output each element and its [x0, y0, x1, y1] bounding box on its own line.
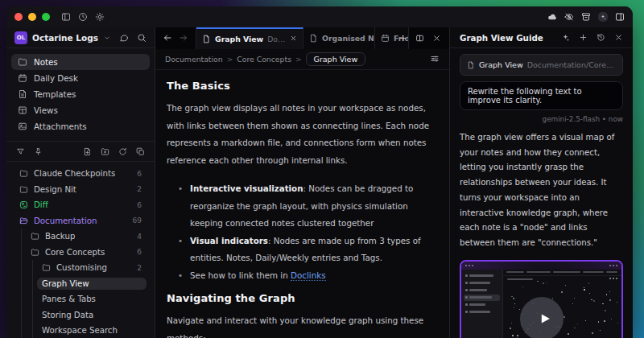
sparkles-icon[interactable] [561, 33, 570, 42]
cloud-icon[interactable] [547, 12, 557, 22]
zoom-window-button[interactable] [42, 13, 50, 21]
bullet-list: •Interactive visualization: Nodes can be… [167, 180, 435, 284]
panel-left-icon[interactable] [61, 12, 71, 22]
tree-item-label: Backup [45, 232, 75, 241]
sidebar-item-daily-desk[interactable]: Daily Desk [11, 70, 150, 86]
breadcrumb-separator: > [295, 56, 302, 64]
tab-history-nav [155, 27, 196, 49]
editor-pane: Graph ViewDocumentatioOrganised NotesFri… [155, 27, 450, 338]
arrow-right-icon[interactable] [179, 33, 188, 43]
tab-close[interactable] [290, 35, 297, 43]
plus-icon[interactable] [579, 33, 588, 42]
archive-icon[interactable] [581, 12, 591, 22]
context-chip[interactable]: Graph View Documentation/Core Concepts [460, 54, 623, 76]
plus-icon[interactable] [398, 34, 407, 43]
section-heading: Navigating the Graph [167, 292, 435, 304]
embedded-video[interactable] [460, 260, 623, 338]
breadcrumb-separator: > [227, 56, 233, 64]
clock-icon[interactable] [78, 12, 88, 22]
tree-item-workspace-search[interactable]: Workspace Search [6, 323, 155, 338]
tree-item-storing-data[interactable]: Storing Data [6, 307, 155, 324]
close-icon[interactable] [290, 35, 297, 42]
tab-organised-notes[interactable]: Organised Notes [303, 27, 375, 49]
sort-icon[interactable] [16, 147, 25, 156]
tree-item-backup[interactable]: Backup4 [6, 229, 155, 245]
breadcrumb: Documentation>Core Concepts> Graph View [155, 49, 449, 70]
assistant-panel-header: Graph View Guide [450, 27, 633, 48]
play-icon [535, 310, 553, 328]
mini-app-sidebar [461, 270, 503, 338]
folder-icon [42, 263, 51, 272]
paragraph: The graph view displays all notes in you… [167, 100, 435, 169]
bullet-item: •Visual indicators: Nodes are made up fr… [167, 233, 435, 267]
search-icon[interactable] [137, 33, 147, 43]
context-chip-title: Graph View [479, 60, 523, 69]
close-window-button[interactable] [14, 13, 23, 21]
app-window: OL Octarine Logs NotesDaily DeskTemplate… [6, 6, 633, 338]
close-icon[interactable] [432, 34, 441, 43]
tree-item-customising[interactable]: Customising2 [6, 260, 155, 276]
tree-item-documentation[interactable]: Documentation69 [6, 213, 155, 229]
tree-item-core-concepts[interactable]: Core Concepts6 [6, 245, 155, 261]
sidebar-item-attachments[interactable]: Attachments [11, 118, 150, 134]
context-chip-path: Documentation/Core Concepts [527, 60, 616, 69]
play-button[interactable] [520, 297, 564, 338]
tree-item-count: 6 [137, 248, 142, 256]
assistant-panel-title: Graph View Guide [460, 33, 543, 43]
bullet-item: •Interactive visualization: Nodes can be… [167, 180, 435, 233]
tree-item-label: Design Nit [34, 185, 76, 194]
chat-icon[interactable] [119, 33, 129, 43]
calendar-icon [381, 34, 390, 43]
image-icon [18, 122, 27, 131]
sidebar-item-label: Attachments [34, 122, 87, 131]
sidebar-toolbar [6, 142, 155, 162]
sparkles-icon[interactable] [598, 12, 608, 22]
mini-app-titlebar [461, 262, 621, 270]
settings-sun-icon[interactable] [95, 12, 105, 22]
tree-item-count: 6 [137, 170, 142, 178]
tab-subtitle: Documentatio [267, 35, 286, 43]
breadcrumb-segment[interactable]: Core Concepts [237, 55, 291, 64]
breadcrumb-segment[interactable]: Documentation [165, 55, 223, 64]
tree-item-label: Workspace Search [42, 326, 118, 335]
split-icon[interactable] [415, 34, 424, 43]
doclinks-link[interactable]: Doclinks [291, 270, 325, 281]
eye-off-icon[interactable] [564, 12, 574, 22]
tree-item-diff[interactable]: Diff6 [6, 197, 155, 213]
tree-item-graph-view[interactable]: Graph View [6, 276, 155, 292]
minimize-window-button[interactable] [28, 13, 36, 21]
refresh-icon[interactable] [118, 147, 127, 156]
sidebar-item-notes[interactable]: Notes [11, 54, 150, 70]
chevron-down-icon[interactable] [103, 34, 111, 42]
workspace-switcher[interactable]: OL Octarine Logs [6, 27, 155, 48]
history-icon[interactable] [597, 33, 605, 42]
collapse-icon[interactable] [136, 147, 145, 156]
note-content[interactable]: The BasicsThe graph view displays all no… [155, 70, 449, 338]
paragraph: Navigate and interact with your knowledg… [167, 312, 435, 338]
titlebar-left-icons [61, 12, 105, 22]
file-plus-icon[interactable] [83, 147, 92, 156]
panel-right-icon[interactable] [615, 12, 625, 22]
folder-plus-icon[interactable] [101, 147, 109, 156]
response-meta: gemini-2.5-flash • now [460, 115, 623, 123]
titlebar-right-icons [547, 12, 625, 22]
doc-icon [309, 34, 318, 43]
sidebar-item-views[interactable]: Views [11, 102, 150, 118]
tree-item-label: Graph View [42, 279, 89, 288]
tab-graph-view[interactable]: Graph ViewDocumentatio [196, 27, 303, 49]
tab-title: Organised Notes [322, 34, 375, 43]
sidebar-item-templates[interactable]: Templates [11, 86, 150, 102]
file-tree: Claude Checkpoints6Design Nit2Diff6Docum… [6, 162, 155, 338]
pin-icon[interactable] [34, 147, 43, 156]
tree-item-claude-checkpoints[interactable]: Claude Checkpoints6 [6, 166, 155, 182]
sidebar-item-label: Daily Desk [34, 73, 78, 83]
note-title-field[interactable]: Graph View [306, 52, 366, 66]
folder-open-icon [19, 216, 28, 225]
tree-item-panes-tabs[interactable]: Panes & Tabs [6, 291, 155, 307]
close-icon[interactable] [614, 33, 623, 42]
tree-item-label: Core Concepts [45, 248, 105, 257]
tree-item-count: 6 [137, 201, 142, 209]
tree-item-design-nit[interactable]: Design Nit2 [6, 182, 155, 198]
sliders-icon[interactable] [430, 54, 440, 64]
arrow-left-icon[interactable] [163, 33, 172, 43]
